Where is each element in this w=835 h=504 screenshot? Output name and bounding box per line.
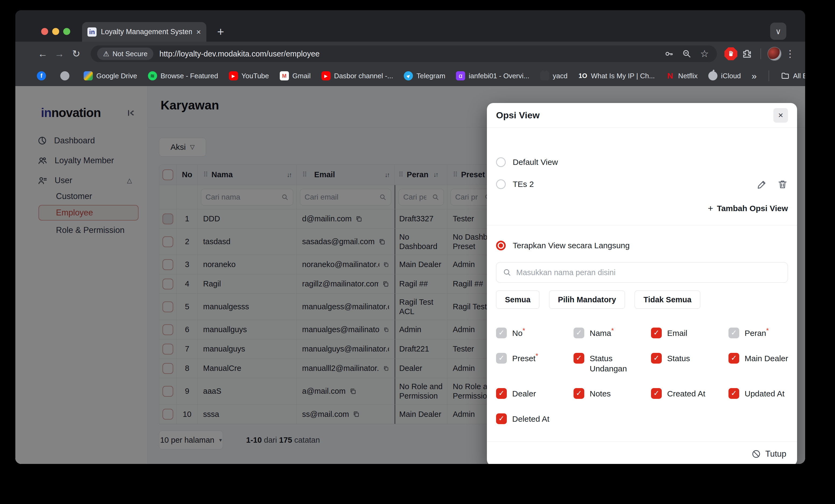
column-checkbox-grid: ✓ No* ✓ Nama* ✓ Email ✓ Peran* ✓ Preset* [496, 328, 805, 424]
reload-button[interactable]: ↻ [69, 47, 83, 61]
tab-title: Loyalty Management System [101, 28, 192, 36]
role-search-field[interactable] [496, 262, 788, 283]
apple-icon [708, 71, 717, 80]
bookmark-spotify[interactable]: ≋ Browse - Featured [148, 71, 218, 80]
tutup-button[interactable]: Tutup [751, 449, 786, 459]
globe-icon [60, 71, 69, 80]
bookmark-globe[interactable] [60, 71, 73, 80]
extensions-puzzle-icon[interactable] [740, 47, 754, 61]
tutup-label: Tutup [765, 449, 786, 459]
column-toggle-no[interactable]: ✓ No* [496, 328, 573, 338]
checkbox-checked-disabled: ✓ [496, 328, 507, 338]
bookmark-label: All Bookmarks [793, 72, 805, 80]
checkbox-checked[interactable]: ✓ [651, 388, 662, 399]
column-toggle-peran[interactable]: ✓ Peran* [729, 328, 805, 338]
column-toggle-status[interactable]: ✓ Status [651, 353, 729, 374]
google-drive-icon [84, 71, 93, 80]
forward-button[interactable]: → [53, 47, 66, 61]
radio-apply-live[interactable] [496, 241, 506, 250]
column-toggle-nama[interactable]: ✓ Nama* [573, 328, 651, 338]
ban-circle-icon [751, 449, 761, 459]
browser-menu-icon[interactable]: ⋮ [784, 48, 796, 59]
add-opsi-view-button[interactable]: + Tambah Opsi View [708, 203, 788, 213]
apply-view-option[interactable]: Terapkan View secara Langsung [496, 241, 788, 250]
semua-button[interactable]: Semua [496, 291, 539, 309]
radio-tes2[interactable] [496, 180, 506, 189]
window-minimize-button[interactable] [52, 28, 59, 35]
bookmark-ianfebi01[interactable]: α ianfebi01 - Overvi... [456, 71, 529, 80]
tab-search-chevron-button[interactable]: ∨ [770, 23, 786, 40]
checkbox-checked-disabled: ✓ [496, 353, 507, 364]
browser-tab[interactable]: in Loyalty Management System × [82, 22, 206, 42]
bookmark-facebook[interactable]: f [37, 71, 49, 80]
url-text[interactable]: http://loyalty-dev.modakita.com/user/emp… [159, 49, 657, 58]
checkbox-checked[interactable]: ✓ [729, 353, 739, 364]
column-toggle-updated-at[interactable]: ✓ Updated At [729, 388, 805, 399]
delete-trash-icon[interactable] [777, 179, 788, 190]
bookmark-gmail[interactable]: M Gmail [280, 71, 311, 80]
not-secure-badge[interactable]: ⚠ Not Secure [97, 48, 153, 60]
column-toggle-dealer[interactable]: ✓ Dealer [496, 388, 573, 399]
checkbox-checked-disabled: ✓ [729, 328, 739, 338]
checkbox-checked[interactable]: ✓ [573, 388, 584, 399]
bulk-select-buttons: Semua Pilih Mandatory Tidak Semua [496, 291, 700, 309]
role-search-input[interactable] [516, 268, 781, 277]
column-toggle-created-at[interactable]: ✓ Created At [651, 388, 729, 399]
radio-default-view[interactable] [496, 158, 506, 167]
checkbox-checked[interactable]: ✓ [651, 328, 662, 338]
checkbox-checked[interactable]: ✓ [651, 353, 662, 364]
add-opsi-view-label: Tambah Opsi View [717, 204, 788, 213]
view-option-default[interactable]: Default View [496, 158, 788, 167]
back-button[interactable]: ← [36, 47, 50, 61]
bookmark-netflix[interactable]: N Netflix [666, 71, 697, 80]
cat-icon [540, 71, 549, 80]
bookmark-label: iCloud [721, 72, 741, 80]
bookmark-label: Gmail [292, 72, 311, 80]
view-option-tes2[interactable]: TEs 2 [496, 179, 788, 190]
pilih-mandatory-button[interactable]: Pilih Mandatory [549, 291, 625, 309]
password-key-icon[interactable] [663, 48, 675, 60]
bookmarks-overflow-icon[interactable]: » [752, 71, 757, 81]
bookmark-whatismyip[interactable]: 1O What Is My IP | Ch... [578, 71, 655, 80]
bookmark-label: Browse - Featured [161, 72, 218, 80]
bookmark-dasbor-channel[interactable]: ▶ Dasbor channel -... [322, 71, 393, 80]
bookmark-star-icon[interactable]: ☆ [699, 48, 710, 60]
bookmark-youtube[interactable]: ▶ YouTube [229, 71, 269, 80]
edit-pencil-icon[interactable] [757, 179, 768, 190]
tab-favicon-icon: in [87, 27, 97, 37]
column-toggle-main-dealer[interactable]: ✓ Main Dealer [729, 353, 805, 374]
profile-avatar[interactable] [768, 47, 781, 61]
adblock-extension-icon[interactable] [725, 47, 737, 60]
bookmark-icloud[interactable]: iCloud [708, 71, 741, 80]
facebook-icon: f [37, 71, 46, 80]
apply-view-label: Terapkan View secara Langsung [513, 241, 630, 250]
column-toggle-deleted-at[interactable]: ✓ Deleted At [496, 414, 573, 424]
zoom-out-icon[interactable] [681, 48, 693, 60]
tidak-semua-button[interactable]: Tidak Semua [635, 291, 700, 309]
tab-close-icon[interactable]: × [196, 28, 201, 36]
column-toggle-notes[interactable]: ✓ Notes [573, 388, 651, 399]
checkbox-checked[interactable]: ✓ [729, 388, 739, 399]
address-bar[interactable]: ⚠ Not Secure http://loyalty-dev.modakita… [91, 45, 717, 62]
view-option-label: TEs 2 [513, 180, 534, 189]
close-icon[interactable]: × [773, 108, 788, 123]
window-zoom-button[interactable] [63, 28, 70, 35]
new-tab-button[interactable]: + [213, 24, 228, 39]
bookmark-telegram[interactable]: ▶ Telegram [404, 71, 445, 80]
column-toggle-email[interactable]: ✓ Email [651, 328, 729, 338]
bookmark-google-drive[interactable]: Google Drive [84, 71, 137, 80]
window-close-button[interactable] [41, 28, 48, 35]
checkbox-checked[interactable]: ✓ [496, 388, 507, 399]
bookmarks-divider [769, 70, 769, 81]
column-toggle-preset[interactable]: ✓ Preset* [496, 353, 573, 374]
bookmark-yacd[interactable]: yacd [540, 71, 568, 80]
toolbar-divider [760, 48, 761, 59]
modal-title: Opsi View [496, 110, 539, 121]
bookmarks-bar: f Google Drive ≋ Browse - Featured ▶ You… [15, 66, 805, 86]
bookmark-label: Telegram [416, 72, 445, 80]
column-toggle-status-undangan[interactable]: ✓ Status Undangan [573, 353, 651, 374]
alpha-icon: α [456, 71, 465, 80]
checkbox-checked[interactable]: ✓ [573, 353, 584, 364]
all-bookmarks-button[interactable]: All Bookmarks [781, 71, 805, 80]
checkbox-checked[interactable]: ✓ [496, 413, 507, 424]
